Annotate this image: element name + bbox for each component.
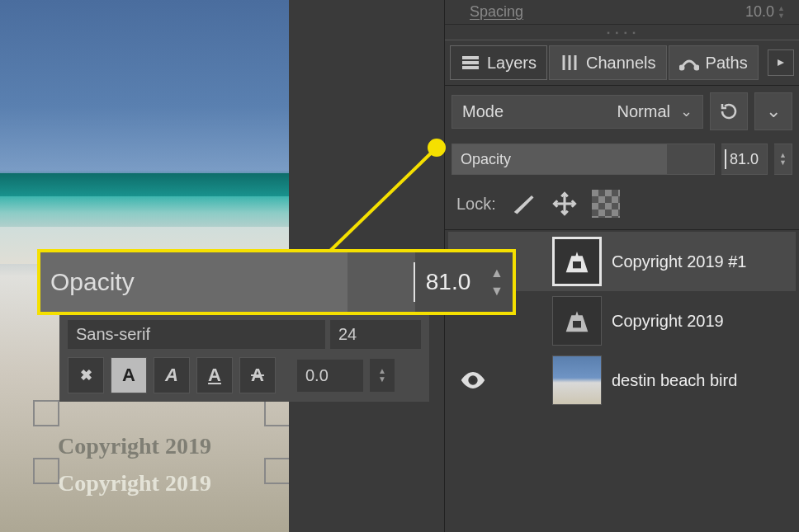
layer-name[interactable]: Copyright 2019 #1 (612, 252, 791, 271)
lock-position-button[interactable] (551, 190, 579, 218)
layer-name[interactable]: destin beach bird (612, 371, 791, 390)
chevron-down-icon: ⌄ (680, 102, 693, 120)
spacing-stepper[interactable]: ▲▼ (778, 5, 792, 20)
tab-layers-label: Layers (487, 54, 537, 73)
selection-handle[interactable] (264, 400, 291, 426)
opacity-slider[interactable]: Opacity (452, 144, 715, 175)
svg-point-8 (695, 66, 698, 69)
svg-rect-1 (462, 56, 479, 59)
selection-handle[interactable] (33, 400, 59, 426)
dock-menu-button[interactable] (768, 49, 794, 76)
text-caret (414, 262, 415, 302)
opacity-value-field[interactable]: 81.0 (721, 144, 768, 175)
underline-button[interactable]: A (196, 357, 233, 393)
bold-button[interactable]: A (111, 357, 147, 393)
chevron-down-icon: ⌄ (766, 101, 781, 122)
chevron-down-icon[interactable]: ▼ (378, 375, 386, 384)
reset-mode-button[interactable] (710, 92, 748, 130)
tab-paths[interactable]: Paths (669, 45, 759, 80)
opacity-label: Opacity (50, 268, 135, 296)
selection-handle[interactable] (33, 458, 59, 484)
layer-thumbnail[interactable] (552, 296, 602, 346)
tab-channels[interactable]: Channels (549, 45, 667, 80)
canvas-text-layer-2[interactable]: Copyright 2019 (58, 470, 211, 497)
opacity-row: Opacity 81.0 ▲ ▼ (445, 137, 799, 181)
clear-style-button[interactable]: ✖ (68, 357, 104, 393)
layer-name[interactable]: Copyright 2019 (612, 312, 791, 331)
svg-point-7 (680, 66, 683, 69)
layers-icon (461, 53, 480, 73)
svg-point-15 (470, 378, 475, 383)
text-tool-options: Sans-serif 24 ✖ A A A A 0.0 ▲ ▼ (59, 315, 429, 402)
layer-visibility-toggle[interactable] (453, 355, 493, 405)
image-region (0, 173, 289, 198)
lock-row: Lock: (445, 181, 799, 230)
italic-button[interactable]: A (154, 357, 190, 393)
chevron-down-icon[interactable]: ▼ (490, 284, 504, 299)
chevron-down-icon[interactable]: ▼ (779, 159, 787, 167)
lock-pixels-button[interactable] (509, 190, 537, 218)
canvas-text-layer-1[interactable]: Copyright 2019 (58, 433, 211, 459)
tab-paths-label: Paths (706, 54, 748, 73)
spacing-label: Spacing (470, 3, 745, 21)
opacity-stepper[interactable]: ▲ ▼ (481, 252, 513, 312)
spacing-value[interactable]: 10.0 (745, 3, 778, 21)
font-family-field[interactable]: Sans-serif (68, 320, 325, 349)
image-region (0, 196, 289, 229)
svg-rect-3 (462, 66, 479, 69)
font-size-field[interactable]: 24 (330, 320, 421, 349)
text-caret (725, 149, 726, 169)
paths-icon (679, 53, 699, 73)
panel-drag-grip[interactable]: ▪ ▪ ▪ ▪ (445, 25, 799, 40)
blend-mode-select[interactable]: Mode Normal ⌄ (452, 95, 703, 129)
channels-icon (560, 53, 579, 73)
spacing-row[interactable]: Spacing 10.0 ▲▼ (445, 0, 799, 25)
opacity-value: 81.0 (426, 269, 471, 295)
mode-value: Normal (617, 102, 670, 121)
chevron-down-icon[interactable]: ▼ (778, 12, 792, 20)
svg-rect-2 (462, 61, 479, 64)
strike-button[interactable]: A (239, 357, 276, 393)
opacity-label: Opacity (461, 151, 511, 168)
svg-rect-13 (573, 261, 581, 268)
lock-alpha-button[interactable] (592, 190, 620, 218)
svg-rect-14 (573, 321, 581, 327)
opacity-value-field[interactable]: 81.0 (415, 252, 481, 312)
opacity-slider-large[interactable]: Opacity (40, 252, 415, 312)
baseline-stepper[interactable]: ▲ ▼ (370, 359, 395, 392)
selection-handle[interactable] (264, 458, 291, 484)
blend-mode-row: Mode Normal ⌄ ⌄ (445, 86, 799, 137)
chevron-up-icon[interactable]: ▲ (490, 266, 504, 280)
opacity-value: 81.0 (730, 151, 759, 168)
layer-thumbnail[interactable] (552, 355, 602, 405)
baseline-field[interactable]: 0.0 (297, 360, 363, 392)
mode-label: Mode (462, 102, 504, 121)
tab-channels-label: Channels (586, 54, 656, 73)
dock-tabs: Layers Channels Paths (445, 40, 799, 86)
tab-layers[interactable]: Layers (450, 45, 547, 80)
layer-thumbnail[interactable] (552, 237, 602, 286)
opacity-callout: Opacity 81.0 ▲ ▼ (37, 249, 516, 315)
svg-marker-9 (778, 59, 784, 66)
callout-anchor-dot (428, 139, 446, 157)
lock-label: Lock: (456, 195, 496, 214)
mode-menu-button[interactable]: ⌄ (754, 92, 792, 130)
opacity-stepper[interactable]: ▲ ▼ (774, 144, 792, 175)
layer-item[interactable]: destin beach bird (448, 351, 796, 410)
